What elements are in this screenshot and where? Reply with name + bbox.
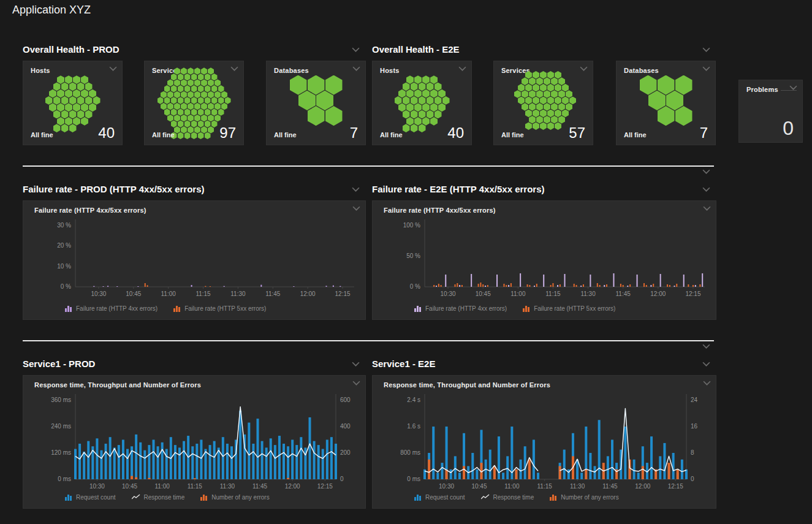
- chevron-down-icon[interactable]: [352, 381, 360, 386]
- hexagon: [53, 82, 61, 91]
- tile-hosts-prod[interactable]: Hosts All fine 40: [23, 61, 123, 145]
- hexagon: [208, 67, 214, 75]
- tile-services-e2e[interactable]: Services All fine 57: [493, 61, 593, 145]
- chevron-down-icon[interactable]: [230, 66, 238, 72]
- service-chart-e2e[interactable]: 2.4 s1.6 s800 ms0 ms24168010:3010:4511:0…: [373, 376, 716, 508]
- chevron-down-icon[interactable]: [703, 206, 711, 211]
- chevron-down-icon[interactable]: [702, 344, 712, 351]
- hexagon: [411, 96, 418, 105]
- hexagon: [57, 103, 64, 112]
- chart-title: Failure rate (HTTP 4xx/5xx errors): [384, 207, 496, 214]
- hexagon: [558, 103, 565, 111]
- legend-item[interactable]: Failure rate (HTTP 4xx errors): [414, 305, 507, 312]
- chevron-down-icon[interactable]: [580, 66, 588, 72]
- hexagon: [81, 117, 88, 126]
- chart-legend: Failure rate (HTTP 4xx errors)Failure ra…: [65, 305, 266, 312]
- hexagon: [403, 110, 410, 119]
- hexagon: [398, 89, 406, 98]
- legend-item[interactable]: Response time: [481, 494, 534, 501]
- tile-hosts-e2e[interactable]: Hosts All fine 40: [372, 61, 472, 145]
- failure-rate-chart-e2e[interactable]: 100 %50 %0 %10:3010:4511:0011:1511:3011:…: [373, 201, 716, 319]
- legend-item[interactable]: Failure rate (HTTP 4xx errors): [65, 305, 157, 312]
- bar-series-icon: [65, 493, 72, 501]
- hexagon: [57, 75, 64, 84]
- chevron-down-icon[interactable]: [702, 66, 710, 72]
- chevron-down-icon[interactable]: [458, 66, 466, 72]
- hexagon: [525, 97, 532, 105]
- hexagon: [174, 126, 180, 134]
- hexagon: [308, 75, 325, 95]
- legend-item[interactable]: Response time: [132, 494, 185, 501]
- svg-text:12:15: 12:15: [335, 290, 351, 297]
- hexagon: [430, 75, 438, 84]
- hexagon: [529, 90, 536, 98]
- hexagon: [181, 79, 187, 86]
- service-chart-prod[interactable]: 360 ms240 ms120 ms0 ms600400200010:3010:…: [23, 376, 365, 508]
- chevron-down-icon[interactable]: [702, 362, 712, 369]
- hexagon: [419, 110, 426, 119]
- chevron-down-icon[interactable]: [352, 66, 360, 72]
- hexagon: [61, 96, 69, 105]
- hexagon: [73, 75, 80, 84]
- legend-item[interactable]: Request count: [65, 493, 116, 501]
- hexagon: [551, 116, 558, 124]
- hexagon: [188, 126, 194, 134]
- hexagon: [205, 74, 211, 81]
- chevron-down-icon[interactable]: [789, 85, 797, 91]
- chart-tile-service-prod: 360 ms240 ms120 ms0 ms600400200010:3010:…: [23, 375, 366, 509]
- hexagon: [540, 97, 547, 105]
- svg-text:12:00: 12:00: [635, 483, 650, 490]
- legend-label: Request count: [76, 494, 116, 501]
- svg-text:600: 600: [340, 397, 351, 403]
- chevron-down-icon[interactable]: [352, 47, 362, 55]
- hexagon: [414, 89, 422, 98]
- hexagon: [411, 110, 418, 119]
- chevron-down-icon[interactable]: [702, 187, 712, 194]
- chevron-down-icon[interactable]: [352, 362, 362, 369]
- section-divider: [23, 340, 714, 341]
- chevron-down-icon[interactable]: [109, 66, 117, 72]
- legend-item[interactable]: Number of any errors: [200, 493, 269, 501]
- chevron-down-icon[interactable]: [352, 187, 362, 194]
- hexagon: [205, 108, 211, 116]
- hexagon: [191, 85, 197, 93]
- hexagon: [181, 103, 187, 110]
- hexagon: [194, 79, 200, 86]
- legend-item[interactable]: Number of any errors: [550, 493, 618, 501]
- tile-databases-prod[interactable]: Databases All fine 7: [266, 61, 366, 145]
- legend-item[interactable]: Failure rate (HTTP 5xx errors): [523, 305, 615, 312]
- legend-item[interactable]: Failure rate (HTTP 5xx errors): [173, 305, 266, 312]
- hexagon: [181, 67, 187, 75]
- hexagon: [191, 108, 197, 116]
- svg-text:11:00: 11:00: [161, 290, 176, 297]
- hexagon: [201, 91, 207, 99]
- chevron-down-icon[interactable]: [702, 169, 712, 177]
- hexagon: [427, 96, 434, 105]
- hexagon: [208, 126, 214, 134]
- hexagon: [65, 75, 72, 84]
- svg-text:10:30: 10:30: [91, 290, 106, 297]
- legend-item[interactable]: Request count: [414, 493, 465, 501]
- hexagon: [214, 91, 221, 99]
- hexagon: [211, 120, 218, 127]
- tile-services-prod[interactable]: Services All fine 97: [144, 61, 244, 145]
- failure-rate-chart-prod[interactable]: 30 %20 %10 %0 %10:3010:4511:0011:1511:30…: [23, 201, 365, 319]
- hexagon: [562, 97, 569, 105]
- hexagon: [533, 71, 539, 79]
- hexagon: [533, 97, 539, 105]
- hexagon: [205, 132, 211, 140]
- chevron-down-icon[interactable]: [703, 381, 711, 386]
- svg-text:11:00: 11:00: [155, 483, 170, 490]
- hexagon: [69, 96, 77, 105]
- bars-number-of-any-errors: [428, 456, 679, 479]
- chevron-down-icon[interactable]: [352, 206, 360, 211]
- tile-problems[interactable]: Problems 0: [738, 80, 803, 143]
- svg-text:0 ms: 0 ms: [58, 476, 71, 482]
- tile-databases-e2e[interactable]: Databases All fine 7: [616, 61, 716, 145]
- legend-label: Number of any errors: [561, 494, 618, 501]
- hexagon: [188, 79, 194, 86]
- hexagon: [551, 77, 558, 85]
- svg-text:20 %: 20 %: [57, 242, 71, 249]
- hexagon: [77, 82, 85, 91]
- chevron-down-icon[interactable]: [702, 47, 712, 55]
